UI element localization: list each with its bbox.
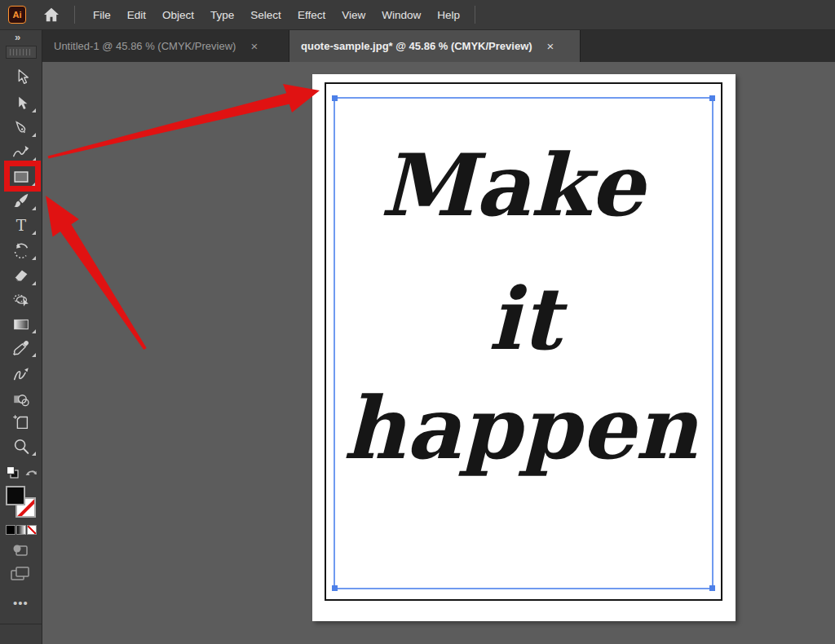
gradient-button[interactable] xyxy=(16,525,26,535)
default-fill-stroke-icon[interactable] xyxy=(6,465,20,483)
expand-panel-icon[interactable]: » xyxy=(15,31,20,43)
color-button[interactable] xyxy=(6,525,15,535)
tab-quote-sample[interactable]: quote-sample.jpg* @ 45.86 % (CMYK/Previe… xyxy=(289,30,581,62)
curvature-tool[interactable] xyxy=(0,141,42,164)
eyedropper-tool-icon xyxy=(11,338,31,358)
direct-selection-tool-icon xyxy=(11,94,31,113)
close-tab-icon[interactable]: × xyxy=(249,40,259,52)
svg-text:T: T xyxy=(15,217,26,234)
tab-label: quote-sample.jpg* @ 45.86 % (CMYK/Previe… xyxy=(301,40,532,52)
eraser-tool[interactable] xyxy=(0,265,42,288)
selection-bounding-box[interactable] xyxy=(334,97,714,589)
selection-handle-top-right[interactable] xyxy=(709,95,715,101)
rotate-tool[interactable] xyxy=(0,240,42,262)
shaper-tool-icon xyxy=(11,365,31,385)
home-icon-glyph xyxy=(43,7,60,22)
eyedropper-tool[interactable] xyxy=(0,337,42,359)
tools-panel: T xyxy=(0,62,42,644)
swap-fill-stroke-icon[interactable] xyxy=(25,467,38,482)
menu-select[interactable]: Select xyxy=(242,0,289,30)
artboard-tool[interactable] xyxy=(0,411,42,434)
app-logo-icon[interactable]: Ai xyxy=(8,6,26,24)
menu-object[interactable]: Object xyxy=(154,0,202,30)
direct-selection-tool[interactable] xyxy=(0,92,42,115)
gradient-tool[interactable] xyxy=(0,313,42,336)
app-logo-text: Ai xyxy=(13,10,22,20)
menu-help[interactable]: Help xyxy=(429,0,468,30)
swap-fill-stroke-glyph xyxy=(25,467,38,479)
default-fill-stroke-glyph xyxy=(6,465,20,479)
document-tab-bar: » Untitled-1 @ 45.86 % (CMYK/Preview) × … xyxy=(0,30,835,62)
rotate-tool-icon xyxy=(11,241,31,261)
menu-type[interactable]: Type xyxy=(202,0,242,30)
paintbrush-tool[interactable] xyxy=(0,190,42,213)
menu-items: File Edit Object Type Select Effect View… xyxy=(85,0,468,30)
selection-tool-icon xyxy=(11,68,31,87)
menubar-divider xyxy=(74,6,75,24)
tab-label: Untitled-1 @ 45.86 % (CMYK/Preview) xyxy=(54,40,236,52)
symbols-tool-icon xyxy=(11,390,31,409)
tab-untitled-1[interactable]: Untitled-1 @ 45.86 % (CMYK/Preview) × xyxy=(42,30,289,62)
toolbar-header: » xyxy=(0,30,42,62)
type-tool[interactable]: T xyxy=(0,214,42,237)
fill-color-swatch[interactable] xyxy=(6,486,25,505)
menubar-divider xyxy=(475,6,475,24)
selection-handle-bottom-right[interactable] xyxy=(709,585,715,591)
menu-window[interactable]: Window xyxy=(373,0,429,30)
shape-builder-tool[interactable] xyxy=(0,289,42,311)
shaper-tool[interactable] xyxy=(0,364,42,386)
artboard[interactable]: Make it happen xyxy=(312,74,736,621)
eraser-tool-icon xyxy=(11,267,31,286)
selection-handle-top-left[interactable] xyxy=(332,95,338,101)
menu-file[interactable]: File xyxy=(85,0,119,30)
type-tool-icon: T xyxy=(11,216,31,236)
toolbar-divider xyxy=(0,624,42,624)
drawing-modes-icon[interactable] xyxy=(11,542,30,562)
canvas-area[interactable]: Make it happen xyxy=(42,62,835,644)
toolbar-grip[interactable] xyxy=(6,46,37,59)
none-button[interactable] xyxy=(27,525,37,535)
selection-tool[interactable] xyxy=(0,66,42,89)
screen-mode-glyph xyxy=(9,565,32,583)
pen-tool-icon xyxy=(11,118,31,138)
gradient-tool-icon xyxy=(11,315,31,334)
paintbrush-tool-icon xyxy=(11,192,31,211)
rectangle-tool-icon xyxy=(11,167,31,187)
illustrator-window: Ai File Edit Object Type Select Effect V… xyxy=(0,0,835,644)
curvature-tool-icon xyxy=(11,143,31,162)
zoom-tool-icon xyxy=(11,437,31,457)
close-tab-icon[interactable]: × xyxy=(546,40,556,52)
shape-builder-tool-icon xyxy=(11,290,31,310)
menu-edit[interactable]: Edit xyxy=(119,0,154,30)
rectangle-tool[interactable] xyxy=(0,165,42,188)
edit-toolbar-icon[interactable]: ••• xyxy=(0,596,42,610)
drawing-modes-glyph xyxy=(11,542,30,558)
home-icon[interactable] xyxy=(42,7,60,23)
symbols-tool[interactable] xyxy=(0,388,42,411)
menu-effect[interactable]: Effect xyxy=(289,0,334,30)
menu-view[interactable]: View xyxy=(334,0,373,30)
menu-bar: Ai File Edit Object Type Select Effect V… xyxy=(0,0,835,30)
pen-tool[interactable] xyxy=(0,117,42,139)
zoom-tool[interactable] xyxy=(0,435,42,458)
screen-mode-icon[interactable] xyxy=(9,565,32,586)
artboard-tool-icon xyxy=(11,412,31,432)
selection-handle-bottom-left[interactable] xyxy=(332,585,338,591)
